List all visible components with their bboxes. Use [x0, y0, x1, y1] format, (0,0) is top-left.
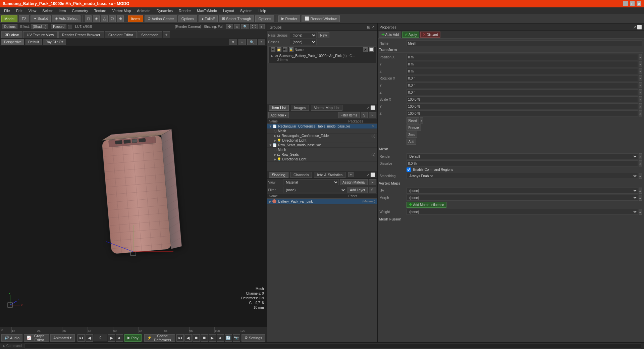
add-morph-btn[interactable]: ✚ Add Morph Influence	[407, 202, 446, 208]
status-btn[interactable]: Paused	[51, 24, 66, 29]
f2-btn[interactable]: F2	[19, 15, 29, 22]
action-center-btn[interactable]: ⊙ Action Center	[145, 15, 177, 22]
tab-channels[interactable]: Channels	[290, 172, 312, 178]
morph-select[interactable]: (none)	[407, 195, 638, 201]
uv-select[interactable]: (none)	[407, 188, 638, 194]
tab-render-preset[interactable]: Render Preset Browser	[58, 31, 104, 38]
tab-vertex-map[interactable]: Vertex Map List	[311, 105, 342, 111]
menu-system[interactable]: System	[237, 8, 255, 13]
transport-btn-2[interactable]: ◀	[184, 334, 192, 342]
zero-btn[interactable]: Zero	[407, 132, 418, 138]
props-max-btn[interactable]: ⬜	[637, 25, 642, 30]
minimize-btn[interactable]: ─	[623, 1, 628, 6]
groups-icon-btn3[interactable]: 👁	[283, 47, 287, 52]
menu-item[interactable]: Item	[56, 8, 68, 13]
pos-x-slider[interactable]: ▲	[639, 54, 642, 60]
close-btn[interactable]: ✕	[637, 1, 641, 6]
graph-editor-btn[interactable]: 📈 Graph Editor	[24, 334, 49, 342]
item-close-btn[interactable]: ✕	[371, 124, 375, 128]
props-expand-btn[interactable]: ↗	[633, 25, 636, 30]
sh-shortcut-f[interactable]: F	[369, 179, 376, 185]
pos-y-slider[interactable]: ▲	[639, 61, 642, 67]
add-transform-btn[interactable]: Add	[407, 139, 417, 145]
model-mode-btn[interactable]: Model	[1, 15, 17, 22]
tab-images[interactable]: Images	[291, 105, 309, 111]
pos-z-slider[interactable]: ▲	[639, 68, 642, 74]
groups-collapse-btn[interactable]: ↗	[371, 25, 375, 30]
mode-icon-1[interactable]: ◻	[85, 15, 92, 22]
auto-add-btn[interactable]: ✚ Auto Add	[379, 32, 401, 38]
scale-z-slider[interactable]: ▲	[639, 110, 642, 116]
groups-max-icon[interactable]: ⬜	[369, 47, 374, 52]
uv-arrow[interactable]: ▲	[639, 188, 642, 194]
groups-expand-btn[interactable]: ⊞	[367, 25, 370, 30]
dissolve-arrow[interactable]: ▲	[639, 160, 642, 166]
view-select[interactable]: Material	[283, 179, 339, 185]
shading-expand-btn[interactable]: ↗	[366, 172, 370, 177]
default-preset-btn[interactable]: Default	[25, 39, 42, 45]
add-layer-btn[interactable]: Add Layer	[347, 187, 368, 193]
settings-btn[interactable]: ⚙ Settings	[241, 334, 265, 342]
mode-icon-3[interactable]: △	[101, 15, 108, 22]
sculpt-btn[interactable]: ✦ Sculpt	[31, 15, 51, 22]
tab-gradient[interactable]: Gradient Editor	[105, 31, 137, 38]
tab-item-list[interactable]: Item List	[269, 105, 289, 111]
options-effect-btn[interactable]: Options	[2, 24, 17, 29]
passes-select[interactable]: (none)	[290, 39, 317, 45]
discard-btn[interactable]: ✕ Discard	[420, 32, 440, 38]
cache-deformers-btn[interactable]: ⚡ Cache Deformers	[144, 334, 175, 342]
tab-shading[interactable]: Shading	[269, 172, 288, 178]
item-row-mesh2[interactable]: ⬡ Mesh	[267, 148, 377, 152]
vp-icon-home[interactable]: ⌂	[234, 24, 240, 29]
menu-file[interactable]: File	[1, 8, 13, 13]
weight-select[interactable]: (none)	[407, 209, 638, 215]
vp-home-btn[interactable]: ⌂	[238, 39, 246, 45]
mode-icon-5[interactable]: ⊕	[117, 15, 124, 22]
mode-icon-2[interactable]: ◈	[93, 15, 100, 22]
effect-select-btn[interactable]: (Shadi...)	[31, 24, 49, 29]
item-list-max-btn[interactable]: ⬜	[370, 105, 375, 110]
tab-schematic[interactable]: Schematic	[138, 31, 162, 38]
prev-frame-btn[interactable]: ◀	[86, 334, 93, 342]
transport-btn-3[interactable]: ⏺	[193, 334, 200, 342]
menu-select[interactable]: Select	[40, 8, 55, 13]
falloff-btn[interactable]: ● Falloff	[199, 15, 218, 22]
item-row-conf-table[interactable]: ▶ 🗂 Rectangular_Conference_Table (2)	[267, 134, 377, 138]
timeline[interactable]: 0 12 24 36 48 60 72 84 96 108 120	[0, 327, 267, 333]
menu-dynamics[interactable]: Dynamics	[154, 8, 175, 13]
apply-btn[interactable]: ✔ Apply	[402, 32, 419, 38]
vp-icon-zoom[interactable]: 🔍	[241, 24, 249, 29]
skip-start-btn[interactable]: ⏮	[77, 334, 85, 342]
assign-material-btn[interactable]: Assign Material	[340, 179, 368, 185]
vp-menu-btn[interactable]: ≡	[258, 39, 265, 45]
reset-btn[interactable]: Reset	[407, 117, 419, 123]
item-row-mesh1[interactable]: ⬡ Mesh	[267, 129, 377, 134]
groups-icon-btn4[interactable]: 🔒	[289, 47, 293, 52]
frame-input[interactable]	[94, 335, 107, 341]
audio-btn[interactable]: 🔊 Audio	[1, 334, 22, 342]
transport-btn-7[interactable]: 🔄	[225, 334, 232, 342]
vp-gear-btn[interactable]: ⚙	[229, 39, 237, 45]
item-row-rect-table[interactable]: ▼ 📄 Rectangular_Conference_Table_modo_ba…	[267, 124, 377, 129]
item-row-light2[interactable]: ▶ 💡 Directional Light	[267, 157, 377, 162]
pass-new-btn[interactable]: New	[318, 32, 329, 38]
group-item[interactable]: ▶ 🗂 Samsung_Battery_Pack_10000mAh_Pink (…	[269, 53, 376, 63]
filter-items-btn[interactable]: Filter Items	[338, 112, 359, 118]
options2-btn[interactable]: Options	[255, 15, 274, 22]
smoothing-select[interactable]: Always Enabled	[407, 173, 638, 179]
tab-uvtexture[interactable]: UV Texture View	[23, 31, 58, 38]
perspective-btn[interactable]: Perspective	[1, 39, 24, 45]
vp-zoom-btn[interactable]: 🔍	[247, 39, 257, 45]
sh-shortcut-s[interactable]: S	[369, 187, 376, 193]
vp-icon-menu[interactable]: ≡	[259, 24, 265, 29]
morph-arrow[interactable]: ▲	[639, 195, 642, 201]
items-btn[interactable]: Items	[128, 15, 143, 22]
groups-new-group-btn[interactable]: +	[271, 47, 275, 52]
groups-icon-btn2[interactable]: 📁	[277, 47, 281, 52]
transport-btn-5[interactable]: ▶	[209, 334, 216, 342]
auto-select-btn[interactable]: ◈ Auto Select	[52, 15, 80, 22]
item-list-expand-btn[interactable]: ↗	[366, 105, 370, 110]
rot-x-slider[interactable]: ▲	[639, 75, 642, 81]
options-btn[interactable]: Options	[178, 15, 197, 22]
render-window-btn[interactable]: ⬜ Render Window	[302, 15, 339, 22]
